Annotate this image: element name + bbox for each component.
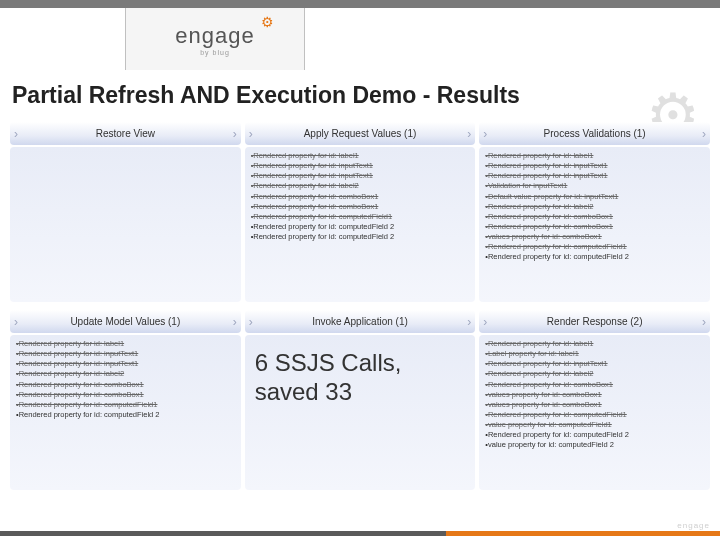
watermark: engage	[677, 521, 710, 530]
list-item: •Rendered property for id: computedField…	[251, 212, 470, 222]
list-item: •values property for id: comboBox1	[485, 390, 704, 400]
list-item: •Rendered property for id: inputText1	[485, 359, 704, 369]
phase-column: Update Model Values (1)•Rendered propert…	[10, 310, 241, 490]
list-item: •Rendered property for id: label2	[16, 369, 235, 379]
logo-subtext: by blug	[200, 49, 230, 56]
gear-icon: ⚙	[261, 14, 274, 30]
phase-body: •Rendered property for id: label1•Render…	[10, 335, 241, 490]
list-item: •Rendered property for id: label1	[251, 151, 470, 161]
bottom-accent-bar	[0, 531, 720, 536]
phase-header: Render Response (2)	[479, 310, 710, 333]
list-item: •value property for id: computedField 2	[485, 440, 704, 450]
list-item: •values property for id: comboBox1	[485, 400, 704, 410]
list-item: •Default value property for id: inputTex…	[485, 192, 704, 202]
list-item: •Rendered property for id: computedField…	[485, 410, 704, 420]
phase-body: 6 SSJS Calls, saved 33	[245, 335, 476, 490]
list-item: •Rendered property for id: inputText1	[485, 161, 704, 171]
phase-column: Invoke Application (1)6 SSJS Calls, save…	[245, 310, 476, 490]
list-item: •Label property for id: label1	[485, 349, 704, 359]
list-item: •Rendered property for id: comboBox1	[485, 212, 704, 222]
list-item: •Rendered property for id: inputText1	[485, 171, 704, 181]
list-item: •Rendered property for id: comboBox1	[485, 380, 704, 390]
list-item: •Rendered property for id: label2	[485, 369, 704, 379]
phase-header: Apply Request Values (1)	[245, 122, 476, 145]
logo-area: ⚙ engage by blug	[125, 8, 305, 70]
phase-body: •Rendered property for id: label1•Render…	[479, 147, 710, 302]
list-item: •Rendered property for id: label1	[485, 339, 704, 349]
list-item: •Rendered property for id: inputText1	[16, 349, 235, 359]
list-item: •Rendered property for id: computedField…	[251, 232, 470, 242]
list-item: •Rendered property for id: label2	[251, 181, 470, 191]
list-item: •Validation for inputText1	[485, 181, 704, 191]
phase-column: Process Validations (1)•Rendered propert…	[479, 122, 710, 302]
list-item: •Rendered property for id: comboBox1	[16, 380, 235, 390]
phase-header: Process Validations (1)	[479, 122, 710, 145]
phase-column: Restore View	[10, 122, 241, 302]
phase-body	[10, 147, 241, 302]
list-item: •Rendered property for id: comboBox1	[251, 202, 470, 212]
logo-text: engage	[175, 23, 254, 49]
page-title: Partial Refresh AND Execution Demo - Res…	[12, 82, 520, 109]
list-item: •Rendered property for id: label1	[16, 339, 235, 349]
list-item: •Rendered property for id: inputText1	[16, 359, 235, 369]
list-item: •Rendered property for id: comboBox1	[485, 222, 704, 232]
phase-grid: Restore ViewApply Request Values (1)•Ren…	[10, 122, 710, 490]
phase-header: Restore View	[10, 122, 241, 145]
list-item: •Rendered property for id: comboBox1	[251, 192, 470, 202]
list-item: •Rendered property for id: computedField…	[485, 430, 704, 440]
phase-result: 6 SSJS Calls, saved 33	[251, 339, 470, 417]
list-item: •Rendered property for id: label2	[485, 202, 704, 212]
phase-column: Apply Request Values (1)•Rendered proper…	[245, 122, 476, 302]
list-item: •Rendered property for id: inputText1	[251, 161, 470, 171]
list-item: •Rendered property for id: computedField…	[485, 242, 704, 252]
list-item: •Rendered property for id: computedField…	[16, 410, 235, 420]
list-item: •Rendered property for id: comboBox1	[16, 390, 235, 400]
list-item: •Rendered property for id: computedField…	[485, 252, 704, 262]
list-item: •Rendered property for id: computedField…	[251, 222, 470, 232]
phase-header: Update Model Values (1)	[10, 310, 241, 333]
top-bar	[0, 0, 720, 8]
phase-header: Invoke Application (1)	[245, 310, 476, 333]
list-item: •Rendered property for id: computedField…	[16, 400, 235, 410]
list-item: •Rendered property for id: label1	[485, 151, 704, 161]
phase-column: Render Response (2)•Rendered property fo…	[479, 310, 710, 490]
list-item: •values property for id: comboBox1	[485, 232, 704, 242]
phase-body: •Rendered property for id: label1•Render…	[245, 147, 476, 302]
list-item: •Rendered property for id: inputText1	[251, 171, 470, 181]
phase-body: •Rendered property for id: label1•Label …	[479, 335, 710, 490]
list-item: •value property for id: computedField1	[485, 420, 704, 430]
